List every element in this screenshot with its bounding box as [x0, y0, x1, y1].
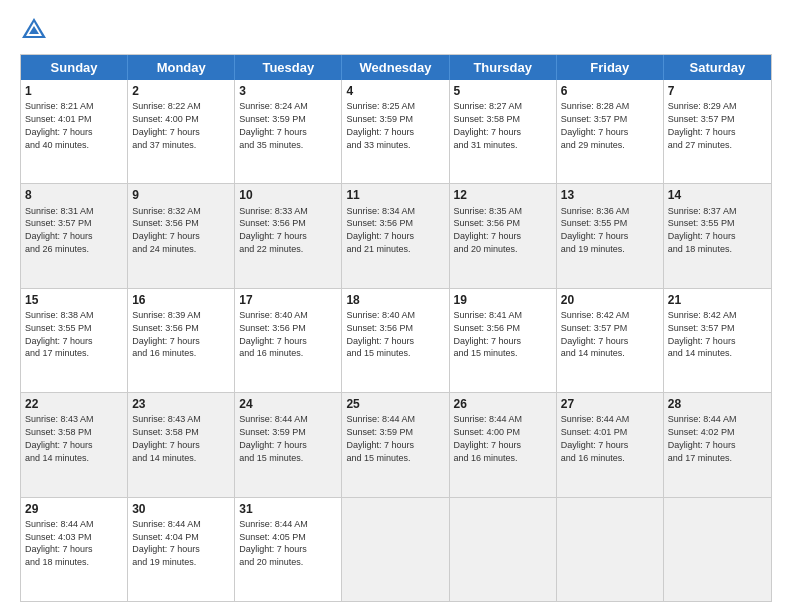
header-cell-saturday: Saturday: [664, 55, 771, 80]
cell-text: Sunrise: 8:35 AM Sunset: 3:56 PM Dayligh…: [454, 206, 523, 254]
day-number: 28: [668, 396, 767, 412]
day-number: 22: [25, 396, 123, 412]
cell-text: Sunrise: 8:32 AM Sunset: 3:56 PM Dayligh…: [132, 206, 201, 254]
day-number: 14: [668, 187, 767, 203]
cell-text: Sunrise: 8:29 AM Sunset: 3:57 PM Dayligh…: [668, 101, 737, 149]
calendar-cell: 2Sunrise: 8:22 AM Sunset: 4:00 PM Daylig…: [128, 80, 235, 183]
cell-text: Sunrise: 8:42 AM Sunset: 3:57 PM Dayligh…: [561, 310, 630, 358]
calendar-cell: 8Sunrise: 8:31 AM Sunset: 3:57 PM Daylig…: [21, 184, 128, 287]
day-number: 12: [454, 187, 552, 203]
day-number: 7: [668, 83, 767, 99]
calendar-row-5: 29Sunrise: 8:44 AM Sunset: 4:03 PM Dayli…: [21, 498, 771, 601]
calendar-cell: [664, 498, 771, 601]
day-number: 29: [25, 501, 123, 517]
calendar-cell: 10Sunrise: 8:33 AM Sunset: 3:56 PM Dayli…: [235, 184, 342, 287]
cell-text: Sunrise: 8:40 AM Sunset: 3:56 PM Dayligh…: [346, 310, 415, 358]
day-number: 6: [561, 83, 659, 99]
header: [20, 16, 772, 44]
day-number: 9: [132, 187, 230, 203]
cell-text: Sunrise: 8:33 AM Sunset: 3:56 PM Dayligh…: [239, 206, 308, 254]
calendar-cell: 30Sunrise: 8:44 AM Sunset: 4:04 PM Dayli…: [128, 498, 235, 601]
calendar-row-1: 1Sunrise: 8:21 AM Sunset: 4:01 PM Daylig…: [21, 80, 771, 184]
day-number: 16: [132, 292, 230, 308]
day-number: 30: [132, 501, 230, 517]
day-number: 10: [239, 187, 337, 203]
day-number: 25: [346, 396, 444, 412]
day-number: 23: [132, 396, 230, 412]
calendar-cell: 23Sunrise: 8:43 AM Sunset: 3:58 PM Dayli…: [128, 393, 235, 496]
cell-text: Sunrise: 8:44 AM Sunset: 3:59 PM Dayligh…: [346, 414, 415, 462]
day-number: 4: [346, 83, 444, 99]
header-cell-wednesday: Wednesday: [342, 55, 449, 80]
day-number: 2: [132, 83, 230, 99]
header-cell-friday: Friday: [557, 55, 664, 80]
page: SundayMondayTuesdayWednesdayThursdayFrid…: [0, 0, 792, 612]
calendar-cell: 24Sunrise: 8:44 AM Sunset: 3:59 PM Dayli…: [235, 393, 342, 496]
cell-text: Sunrise: 8:43 AM Sunset: 3:58 PM Dayligh…: [132, 414, 201, 462]
cell-text: Sunrise: 8:44 AM Sunset: 4:05 PM Dayligh…: [239, 519, 308, 567]
cell-text: Sunrise: 8:28 AM Sunset: 3:57 PM Dayligh…: [561, 101, 630, 149]
day-number: 24: [239, 396, 337, 412]
calendar-row-2: 8Sunrise: 8:31 AM Sunset: 3:57 PM Daylig…: [21, 184, 771, 288]
cell-text: Sunrise: 8:43 AM Sunset: 3:58 PM Dayligh…: [25, 414, 94, 462]
day-number: 18: [346, 292, 444, 308]
cell-text: Sunrise: 8:44 AM Sunset: 4:04 PM Dayligh…: [132, 519, 201, 567]
calendar: SundayMondayTuesdayWednesdayThursdayFrid…: [20, 54, 772, 602]
calendar-body: 1Sunrise: 8:21 AM Sunset: 4:01 PM Daylig…: [21, 80, 771, 601]
cell-text: Sunrise: 8:37 AM Sunset: 3:55 PM Dayligh…: [668, 206, 737, 254]
cell-text: Sunrise: 8:42 AM Sunset: 3:57 PM Dayligh…: [668, 310, 737, 358]
day-number: 17: [239, 292, 337, 308]
calendar-cell: [342, 498, 449, 601]
cell-text: Sunrise: 8:21 AM Sunset: 4:01 PM Dayligh…: [25, 101, 94, 149]
cell-text: Sunrise: 8:38 AM Sunset: 3:55 PM Dayligh…: [25, 310, 94, 358]
cell-text: Sunrise: 8:34 AM Sunset: 3:56 PM Dayligh…: [346, 206, 415, 254]
cell-text: Sunrise: 8:36 AM Sunset: 3:55 PM Dayligh…: [561, 206, 630, 254]
calendar-cell: 31Sunrise: 8:44 AM Sunset: 4:05 PM Dayli…: [235, 498, 342, 601]
calendar-cell: 12Sunrise: 8:35 AM Sunset: 3:56 PM Dayli…: [450, 184, 557, 287]
calendar-cell: 3Sunrise: 8:24 AM Sunset: 3:59 PM Daylig…: [235, 80, 342, 183]
calendar-cell: 13Sunrise: 8:36 AM Sunset: 3:55 PM Dayli…: [557, 184, 664, 287]
calendar-cell: 22Sunrise: 8:43 AM Sunset: 3:58 PM Dayli…: [21, 393, 128, 496]
header-cell-sunday: Sunday: [21, 55, 128, 80]
header-cell-thursday: Thursday: [450, 55, 557, 80]
cell-text: Sunrise: 8:44 AM Sunset: 4:03 PM Dayligh…: [25, 519, 94, 567]
day-number: 8: [25, 187, 123, 203]
day-number: 21: [668, 292, 767, 308]
calendar-cell: 19Sunrise: 8:41 AM Sunset: 3:56 PM Dayli…: [450, 289, 557, 392]
day-number: 19: [454, 292, 552, 308]
cell-text: Sunrise: 8:31 AM Sunset: 3:57 PM Dayligh…: [25, 206, 94, 254]
calendar-cell: 5Sunrise: 8:27 AM Sunset: 3:58 PM Daylig…: [450, 80, 557, 183]
calendar-cell: 15Sunrise: 8:38 AM Sunset: 3:55 PM Dayli…: [21, 289, 128, 392]
calendar-cell: 9Sunrise: 8:32 AM Sunset: 3:56 PM Daylig…: [128, 184, 235, 287]
logo: [20, 16, 52, 44]
cell-text: Sunrise: 8:44 AM Sunset: 4:00 PM Dayligh…: [454, 414, 523, 462]
calendar-cell: 27Sunrise: 8:44 AM Sunset: 4:01 PM Dayli…: [557, 393, 664, 496]
calendar-cell: 4Sunrise: 8:25 AM Sunset: 3:59 PM Daylig…: [342, 80, 449, 183]
calendar-cell: [557, 498, 664, 601]
cell-text: Sunrise: 8:44 AM Sunset: 3:59 PM Dayligh…: [239, 414, 308, 462]
calendar-header-row: SundayMondayTuesdayWednesdayThursdayFrid…: [21, 55, 771, 80]
calendar-cell: 20Sunrise: 8:42 AM Sunset: 3:57 PM Dayli…: [557, 289, 664, 392]
calendar-cell: 25Sunrise: 8:44 AM Sunset: 3:59 PM Dayli…: [342, 393, 449, 496]
calendar-cell: 26Sunrise: 8:44 AM Sunset: 4:00 PM Dayli…: [450, 393, 557, 496]
day-number: 27: [561, 396, 659, 412]
day-number: 13: [561, 187, 659, 203]
header-cell-tuesday: Tuesday: [235, 55, 342, 80]
day-number: 31: [239, 501, 337, 517]
calendar-cell: 28Sunrise: 8:44 AM Sunset: 4:02 PM Dayli…: [664, 393, 771, 496]
calendar-cell: 16Sunrise: 8:39 AM Sunset: 3:56 PM Dayli…: [128, 289, 235, 392]
calendar-cell: 1Sunrise: 8:21 AM Sunset: 4:01 PM Daylig…: [21, 80, 128, 183]
calendar-cell: 11Sunrise: 8:34 AM Sunset: 3:56 PM Dayli…: [342, 184, 449, 287]
cell-text: Sunrise: 8:40 AM Sunset: 3:56 PM Dayligh…: [239, 310, 308, 358]
cell-text: Sunrise: 8:27 AM Sunset: 3:58 PM Dayligh…: [454, 101, 523, 149]
day-number: 5: [454, 83, 552, 99]
cell-text: Sunrise: 8:39 AM Sunset: 3:56 PM Dayligh…: [132, 310, 201, 358]
cell-text: Sunrise: 8:25 AM Sunset: 3:59 PM Dayligh…: [346, 101, 415, 149]
day-number: 3: [239, 83, 337, 99]
calendar-row-4: 22Sunrise: 8:43 AM Sunset: 3:58 PM Dayli…: [21, 393, 771, 497]
calendar-cell: 21Sunrise: 8:42 AM Sunset: 3:57 PM Dayli…: [664, 289, 771, 392]
calendar-cell: 18Sunrise: 8:40 AM Sunset: 3:56 PM Dayli…: [342, 289, 449, 392]
day-number: 1: [25, 83, 123, 99]
calendar-cell: 17Sunrise: 8:40 AM Sunset: 3:56 PM Dayli…: [235, 289, 342, 392]
calendar-cell: 7Sunrise: 8:29 AM Sunset: 3:57 PM Daylig…: [664, 80, 771, 183]
